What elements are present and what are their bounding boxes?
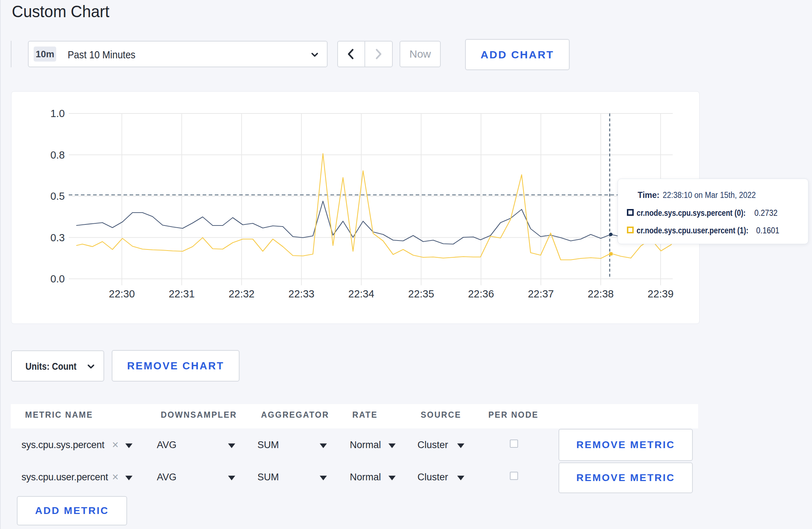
svg-text:22:39: 22:39	[648, 288, 674, 300]
svg-text:22:36: 22:36	[468, 288, 494, 300]
svg-text:22:37: 22:37	[528, 288, 554, 300]
svg-text:22:30: 22:30	[109, 288, 135, 300]
svg-text:0.8: 0.8	[50, 149, 65, 161]
svg-text:1.0: 1.0	[50, 108, 65, 119]
svg-text:22:38: 22:38	[588, 288, 614, 300]
svg-text:0.3: 0.3	[50, 232, 65, 243]
svg-text:22:33: 22:33	[289, 288, 315, 300]
svg-text:22:32: 22:32	[228, 288, 255, 300]
svg-text:22:31: 22:31	[169, 288, 195, 300]
svg-text:0.5: 0.5	[50, 190, 65, 202]
svg-text:22:35: 22:35	[408, 288, 434, 300]
svg-text:22:34: 22:34	[348, 288, 374, 300]
svg-text:0.0: 0.0	[50, 273, 65, 285]
